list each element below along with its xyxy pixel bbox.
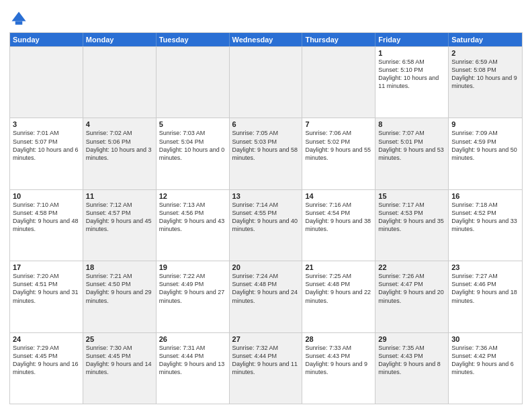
day-cell-16: 16Sunrise: 7:18 AM Sunset: 4:52 PM Dayli… bbox=[449, 190, 522, 261]
day-number: 30 bbox=[451, 335, 519, 343]
day-info: Sunrise: 7:31 AM Sunset: 4:44 PM Dayligh… bbox=[159, 344, 226, 377]
day-number: 13 bbox=[232, 192, 300, 200]
day-cell-6: 6Sunrise: 7:05 AM Sunset: 5:03 PM Daylig… bbox=[230, 118, 303, 189]
weekday-header-thursday: Thursday bbox=[302, 33, 375, 46]
day-cell-26: 26Sunrise: 7:31 AM Sunset: 4:44 PM Dayli… bbox=[157, 333, 230, 404]
calendar-row-0: 1Sunrise: 6:58 AM Sunset: 5:10 PM Daylig… bbox=[10, 46, 522, 118]
day-info: Sunrise: 7:03 AM Sunset: 5:04 PM Dayligh… bbox=[159, 129, 226, 162]
day-number: 17 bbox=[13, 263, 80, 271]
day-info: Sunrise: 7:32 AM Sunset: 4:44 PM Dayligh… bbox=[232, 344, 300, 377]
day-info: Sunrise: 7:06 AM Sunset: 5:02 PM Dayligh… bbox=[305, 129, 372, 162]
day-number: 8 bbox=[378, 120, 445, 128]
weekday-header-wednesday: Wednesday bbox=[230, 33, 303, 46]
day-cell-21: 21Sunrise: 7:25 AM Sunset: 4:48 PM Dayli… bbox=[302, 261, 375, 332]
day-info: Sunrise: 7:27 AM Sunset: 4:46 PM Dayligh… bbox=[451, 272, 519, 305]
day-number: 24 bbox=[13, 335, 80, 343]
day-cell-12: 12Sunrise: 7:13 AM Sunset: 4:56 PM Dayli… bbox=[157, 190, 230, 261]
header bbox=[9, 7, 523, 28]
day-info: Sunrise: 7:25 AM Sunset: 4:48 PM Dayligh… bbox=[305, 272, 372, 305]
calendar-row-2: 10Sunrise: 7:10 AM Sunset: 4:58 PM Dayli… bbox=[10, 189, 522, 261]
day-cell-13: 13Sunrise: 7:14 AM Sunset: 4:55 PM Dayli… bbox=[230, 190, 303, 261]
day-info: Sunrise: 7:16 AM Sunset: 4:54 PM Dayligh… bbox=[305, 201, 372, 234]
day-number: 20 bbox=[232, 263, 300, 271]
day-cell-15: 15Sunrise: 7:17 AM Sunset: 4:53 PM Dayli… bbox=[375, 190, 449, 261]
empty-cell-0-0 bbox=[10, 47, 83, 118]
day-cell-17: 17Sunrise: 7:20 AM Sunset: 4:51 PM Dayli… bbox=[10, 261, 83, 332]
day-info: Sunrise: 7:24 AM Sunset: 4:48 PM Dayligh… bbox=[232, 272, 300, 305]
day-number: 28 bbox=[305, 335, 372, 343]
weekday-header-monday: Monday bbox=[83, 33, 157, 46]
day-info: Sunrise: 7:09 AM Sunset: 4:59 PM Dayligh… bbox=[451, 129, 519, 162]
day-cell-14: 14Sunrise: 7:16 AM Sunset: 4:54 PM Dayli… bbox=[302, 190, 375, 261]
day-number: 26 bbox=[159, 335, 226, 343]
calendar-row-3: 17Sunrise: 7:20 AM Sunset: 4:51 PM Dayli… bbox=[10, 261, 522, 332]
day-info: Sunrise: 6:58 AM Sunset: 5:10 PM Dayligh… bbox=[378, 58, 445, 91]
empty-cell-0-2 bbox=[157, 47, 230, 118]
day-info: Sunrise: 7:20 AM Sunset: 4:51 PM Dayligh… bbox=[13, 272, 80, 305]
day-number: 5 bbox=[159, 120, 226, 128]
day-info: Sunrise: 6:59 AM Sunset: 5:08 PM Dayligh… bbox=[451, 58, 519, 91]
day-number: 15 bbox=[378, 192, 445, 200]
day-cell-27: 27Sunrise: 7:32 AM Sunset: 4:44 PM Dayli… bbox=[230, 333, 303, 404]
day-info: Sunrise: 7:17 AM Sunset: 4:53 PM Dayligh… bbox=[378, 201, 445, 234]
weekday-header-tuesday: Tuesday bbox=[157, 33, 230, 46]
day-cell-19: 19Sunrise: 7:22 AM Sunset: 4:49 PM Dayli… bbox=[157, 261, 230, 332]
day-number: 25 bbox=[86, 335, 153, 343]
empty-cell-0-1 bbox=[83, 47, 157, 118]
day-number: 21 bbox=[305, 263, 372, 271]
day-info: Sunrise: 7:22 AM Sunset: 4:49 PM Dayligh… bbox=[159, 272, 226, 305]
day-info: Sunrise: 7:05 AM Sunset: 5:03 PM Dayligh… bbox=[232, 129, 300, 162]
day-number: 12 bbox=[159, 192, 226, 200]
day-cell-1: 1Sunrise: 6:58 AM Sunset: 5:10 PM Daylig… bbox=[375, 47, 449, 118]
day-number: 19 bbox=[159, 263, 226, 271]
day-info: Sunrise: 7:14 AM Sunset: 4:55 PM Dayligh… bbox=[232, 201, 300, 234]
weekday-header-saturday: Saturday bbox=[449, 33, 522, 46]
day-cell-20: 20Sunrise: 7:24 AM Sunset: 4:48 PM Dayli… bbox=[230, 261, 303, 332]
calendar-header: SundayMondayTuesdayWednesdayThursdayFrid… bbox=[10, 33, 522, 46]
day-number: 16 bbox=[451, 192, 519, 200]
svg-marker-0 bbox=[12, 12, 26, 21]
calendar-body: 1Sunrise: 6:58 AM Sunset: 5:10 PM Daylig… bbox=[10, 46, 522, 404]
day-cell-30: 30Sunrise: 7:36 AM Sunset: 4:42 PM Dayli… bbox=[449, 333, 522, 404]
empty-cell-0-4 bbox=[302, 47, 375, 118]
day-cell-10: 10Sunrise: 7:10 AM Sunset: 4:58 PM Dayli… bbox=[10, 190, 83, 261]
day-cell-8: 8Sunrise: 7:07 AM Sunset: 5:01 PM Daylig… bbox=[375, 118, 449, 189]
day-number: 22 bbox=[378, 263, 445, 271]
day-info: Sunrise: 7:01 AM Sunset: 5:07 PM Dayligh… bbox=[13, 129, 80, 162]
day-info: Sunrise: 7:30 AM Sunset: 4:45 PM Dayligh… bbox=[86, 344, 153, 377]
calendar-row-1: 3Sunrise: 7:01 AM Sunset: 5:07 PM Daylig… bbox=[10, 118, 522, 189]
day-number: 7 bbox=[305, 120, 372, 128]
day-cell-23: 23Sunrise: 7:27 AM Sunset: 4:46 PM Dayli… bbox=[449, 261, 522, 332]
day-cell-9: 9Sunrise: 7:09 AM Sunset: 4:59 PM Daylig… bbox=[449, 118, 522, 189]
day-number: 29 bbox=[378, 335, 445, 343]
day-cell-3: 3Sunrise: 7:01 AM Sunset: 5:07 PM Daylig… bbox=[10, 118, 83, 189]
day-info: Sunrise: 7:33 AM Sunset: 4:43 PM Dayligh… bbox=[305, 344, 372, 377]
day-info: Sunrise: 7:12 AM Sunset: 4:57 PM Dayligh… bbox=[86, 201, 153, 234]
day-info: Sunrise: 7:26 AM Sunset: 4:47 PM Dayligh… bbox=[378, 272, 445, 305]
day-info: Sunrise: 7:21 AM Sunset: 4:50 PM Dayligh… bbox=[86, 272, 153, 305]
day-info: Sunrise: 7:07 AM Sunset: 5:01 PM Dayligh… bbox=[378, 129, 445, 162]
day-number: 27 bbox=[232, 335, 300, 343]
day-cell-25: 25Sunrise: 7:30 AM Sunset: 4:45 PM Dayli… bbox=[83, 333, 157, 404]
day-cell-28: 28Sunrise: 7:33 AM Sunset: 4:43 PM Dayli… bbox=[302, 333, 375, 404]
day-cell-5: 5Sunrise: 7:03 AM Sunset: 5:04 PM Daylig… bbox=[157, 118, 230, 189]
day-number: 11 bbox=[86, 192, 153, 200]
day-info: Sunrise: 7:10 AM Sunset: 4:58 PM Dayligh… bbox=[13, 201, 80, 234]
day-number: 9 bbox=[451, 120, 519, 128]
page: SundayMondayTuesdayWednesdayThursdayFrid… bbox=[0, 0, 532, 411]
logo-icon bbox=[9, 9, 28, 28]
calendar-row-4: 24Sunrise: 7:29 AM Sunset: 4:45 PM Dayli… bbox=[10, 332, 522, 404]
weekday-header-sunday: Sunday bbox=[10, 33, 83, 46]
logo bbox=[9, 9, 30, 28]
calendar: SundayMondayTuesdayWednesdayThursdayFrid… bbox=[9, 32, 523, 404]
day-number: 23 bbox=[451, 263, 519, 271]
day-cell-24: 24Sunrise: 7:29 AM Sunset: 4:45 PM Dayli… bbox=[10, 333, 83, 404]
day-info: Sunrise: 7:18 AM Sunset: 4:52 PM Dayligh… bbox=[451, 201, 519, 234]
day-number: 2 bbox=[451, 49, 519, 57]
day-cell-7: 7Sunrise: 7:06 AM Sunset: 5:02 PM Daylig… bbox=[302, 118, 375, 189]
day-info: Sunrise: 7:36 AM Sunset: 4:42 PM Dayligh… bbox=[451, 344, 519, 377]
day-number: 18 bbox=[86, 263, 153, 271]
day-info: Sunrise: 7:29 AM Sunset: 4:45 PM Dayligh… bbox=[13, 344, 80, 377]
day-info: Sunrise: 7:35 AM Sunset: 4:43 PM Dayligh… bbox=[378, 344, 445, 377]
weekday-header-friday: Friday bbox=[375, 33, 449, 46]
